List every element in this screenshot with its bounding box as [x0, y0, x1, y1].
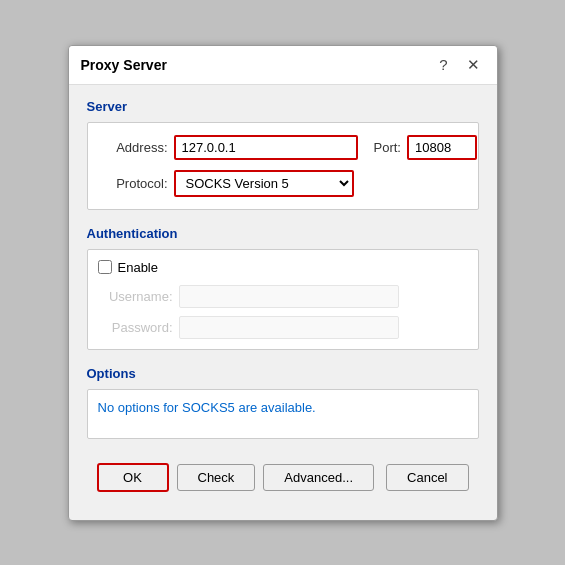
port-label: Port:	[374, 140, 401, 155]
auth-section-content: Enable Username: Password:	[87, 249, 479, 350]
username-label: Username:	[98, 289, 173, 304]
advanced-button[interactable]: Advanced...	[263, 464, 374, 491]
options-section: Options No options for SOCKS5 are availa…	[87, 366, 479, 439]
username-row: Username:	[98, 285, 468, 308]
proxy-server-dialog: Proxy Server ? ✕ Server Address: Port: P…	[68, 45, 498, 521]
options-section-content: No options for SOCKS5 are available.	[87, 389, 479, 439]
button-row: OK Check Advanced... Cancel	[87, 455, 479, 506]
check-button[interactable]: Check	[177, 464, 256, 491]
dialog-body: Server Address: Port: Protocol: SOCKS Ve…	[69, 85, 497, 520]
password-row: Password:	[98, 316, 468, 339]
enable-checkbox[interactable]	[98, 260, 112, 274]
auth-section: Authentication Enable Username: Password…	[87, 226, 479, 350]
ok-button[interactable]: OK	[97, 463, 169, 492]
cancel-button[interactable]: Cancel	[386, 464, 468, 491]
close-button[interactable]: ✕	[463, 54, 485, 76]
title-bar-left: Proxy Server	[81, 57, 167, 73]
auth-section-label: Authentication	[87, 226, 479, 241]
options-text: No options for SOCKS5 are available.	[98, 400, 316, 415]
title-bar-right: ? ✕	[433, 54, 485, 76]
server-section-content: Address: Port: Protocol: SOCKS Version 4…	[87, 122, 479, 210]
server-section: Server Address: Port: Protocol: SOCKS Ve…	[87, 99, 479, 210]
address-input[interactable]	[174, 135, 358, 160]
password-input[interactable]	[179, 316, 399, 339]
protocol-row: Protocol: SOCKS Version 4 SOCKS Version …	[98, 170, 468, 197]
port-input[interactable]	[407, 135, 477, 160]
server-section-label: Server	[87, 99, 479, 114]
protocol-label: Protocol:	[98, 176, 168, 191]
enable-row: Enable	[98, 260, 468, 275]
help-button[interactable]: ?	[433, 54, 455, 76]
address-row: Address: Port:	[98, 135, 468, 160]
enable-label: Enable	[118, 260, 158, 275]
protocol-select[interactable]: SOCKS Version 4 SOCKS Version 5 HTTP HTT…	[174, 170, 354, 197]
title-bar: Proxy Server ? ✕	[69, 46, 497, 85]
password-label: Password:	[98, 320, 173, 335]
options-section-label: Options	[87, 366, 479, 381]
dialog-title: Proxy Server	[81, 57, 167, 73]
address-label: Address:	[98, 140, 168, 155]
username-input[interactable]	[179, 285, 399, 308]
